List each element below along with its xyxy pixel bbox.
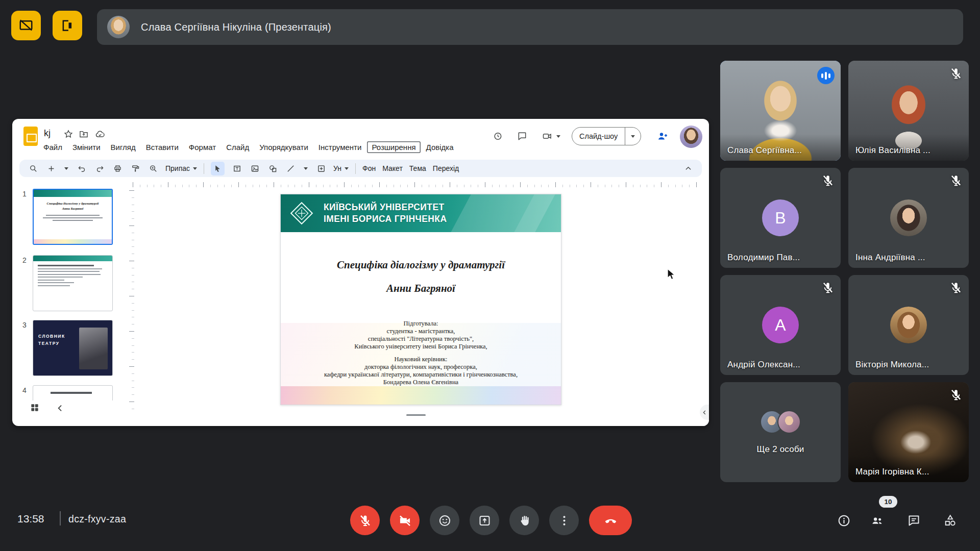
mic-toggle-button[interactable] — [350, 506, 380, 535]
menu-extensions[interactable]: Розширення — [367, 141, 420, 153]
new-slide-button[interactable] — [45, 163, 57, 174]
fit-zoom-select[interactable]: Припас — [165, 164, 197, 172]
participant-tile-yuliia[interactable]: Юлія Василівна ... — [848, 61, 969, 161]
undo-button[interactable] — [76, 163, 87, 174]
menu-tools[interactable]: Інструменти — [314, 141, 366, 153]
slide-thumbnail-3[interactable]: СЛОВНИК ТЕАТРУ — [33, 320, 113, 376]
insert-line-button[interactable] — [285, 163, 296, 174]
collapse-sidebar-tab[interactable] — [700, 405, 709, 420]
hand-icon — [518, 514, 531, 528]
avatar — [777, 410, 801, 434]
theme-button[interactable]: Тема — [409, 164, 426, 172]
version-history-button[interactable] — [493, 131, 503, 141]
slide-number: 1 — [22, 190, 27, 198]
move-folder-button[interactable] — [79, 129, 89, 139]
screen-share-off-button[interactable] — [11, 11, 41, 40]
account-avatar[interactable] — [680, 126, 702, 148]
printer-icon — [113, 164, 122, 173]
slideshow-button[interactable]: Слайд-шоу — [572, 132, 625, 140]
current-slide[interactable]: КИЇВСЬКИЙ УНІВЕРСИТЕТ ІМЕНІ БОРИСА ГРІНЧ… — [280, 194, 561, 405]
participant-tile-mariia[interactable]: Марія Ігорівна К... — [848, 382, 969, 482]
participant-name: Вікторія Микола... — [855, 360, 929, 370]
screen-off-icon — [18, 18, 34, 33]
slides-app-icon[interactable] — [23, 127, 38, 146]
grid-view-button[interactable] — [30, 403, 40, 413]
zoom-button[interactable] — [148, 163, 159, 174]
transition-button[interactable]: Перехід — [433, 164, 459, 172]
menu-format[interactable]: Формат — [184, 141, 220, 153]
redo-button[interactable] — [94, 163, 105, 174]
participant-tile-slava[interactable]: Слава Сергіївна... — [720, 61, 841, 161]
mic-off-icon — [358, 514, 372, 528]
search-icon — [29, 164, 38, 173]
participant-tile-inna[interactable]: Інна Андріївна ... — [848, 168, 969, 268]
meet-call-button[interactable] — [542, 131, 552, 141]
text-style-select[interactable]: Ун — [333, 164, 349, 172]
select-tool-button[interactable] — [211, 162, 225, 176]
reactions-button[interactable] — [430, 506, 459, 535]
more-options-button[interactable] — [549, 506, 579, 535]
mic-off-icon — [821, 174, 835, 187]
activities-button[interactable] — [943, 514, 957, 528]
insert-image-button[interactable] — [249, 163, 260, 174]
speaker-notes-divider[interactable] — [406, 414, 426, 416]
cloud-status-button[interactable] — [95, 129, 105, 139]
thumb-rainbow-band — [34, 239, 112, 244]
shape-icon — [268, 164, 277, 173]
side-panel-button[interactable] — [53, 11, 82, 40]
menu-arrange[interactable]: Упорядкувати — [255, 141, 313, 153]
insert-placeholder-button[interactable] — [315, 163, 327, 174]
menu-edit[interactable]: Змінити — [68, 141, 105, 153]
collapse-toolbar-button[interactable] — [682, 163, 694, 174]
participant-tile-andrii[interactable]: А Андрій Олексан... — [720, 275, 841, 375]
slide-rainbow-band — [281, 386, 561, 405]
comments-button[interactable] — [517, 131, 527, 141]
meeting-details-button[interactable] — [837, 514, 851, 528]
participant-name: Інна Андріївна ... — [855, 253, 925, 263]
mic-off-icon — [949, 388, 963, 402]
menu-view[interactable]: Вигляд — [106, 141, 140, 153]
participant-tile-viktoriia[interactable]: Вікторія Микола... — [848, 275, 969, 375]
print-button[interactable] — [112, 163, 123, 174]
slideshow-dropdown-button[interactable] — [625, 135, 641, 138]
text-box-button[interactable] — [231, 163, 242, 174]
menu-bar: Файл Змінити Вигляд Вставити Формат Слай… — [39, 141, 458, 153]
paint-format-button[interactable] — [130, 163, 141, 174]
participants-panel-button[interactable] — [870, 514, 884, 528]
mic-off-icon — [949, 281, 963, 294]
slide-thumbnail-1[interactable]: Специфіка діалогізму у драматургії Анни … — [33, 189, 113, 245]
leave-call-button[interactable] — [589, 506, 632, 535]
new-slide-dropdown[interactable] — [63, 163, 69, 174]
participant-tile-volodymyr[interactable]: В Володимир Пав... — [720, 168, 841, 268]
collapse-filmstrip-button[interactable] — [55, 403, 65, 413]
meet-call-dropdown-caret-icon[interactable] — [556, 135, 560, 138]
insert-shape-button[interactable] — [267, 163, 278, 174]
videocam-icon — [542, 131, 552, 141]
participant-name: Марія Ігорівна К... — [855, 467, 929, 477]
present-screen-button[interactable] — [470, 506, 499, 535]
slide-thumbnail-4[interactable] — [33, 385, 113, 400]
participant-tile-more-people[interactable]: Ще 2 особи — [720, 382, 841, 482]
participants-grid: Слава Сергіївна... Юлія Василівна ... В … — [720, 61, 969, 482]
thumb-text-bars — [34, 215, 112, 221]
menu-slide[interactable]: Слайд — [222, 141, 254, 153]
participant-name: Володимир Пав... — [727, 253, 800, 263]
menu-file[interactable]: Файл — [39, 141, 67, 153]
camera-toggle-button[interactable] — [390, 506, 420, 535]
history-icon — [493, 131, 503, 141]
search-menus-button[interactable] — [28, 163, 39, 174]
line-dropdown[interactable] — [303, 163, 309, 174]
chat-panel-button[interactable] — [907, 514, 921, 528]
horizontal-ruler — [133, 181, 700, 187]
raise-hand-button[interactable] — [509, 506, 539, 535]
document-title[interactable]: kj — [44, 128, 51, 139]
menu-help[interactable]: Довідка — [422, 141, 458, 153]
thumb-title: Специфіка діалогізму у драматургії — [34, 202, 112, 205]
menu-insert[interactable]: Вставити — [141, 141, 183, 153]
mic-off-icon — [949, 174, 963, 187]
layout-button[interactable]: Макет — [382, 164, 403, 172]
star-button[interactable] — [63, 129, 74, 139]
background-button[interactable]: Фон — [362, 164, 376, 172]
slide-thumbnail-2[interactable] — [33, 255, 113, 311]
share-button[interactable] — [656, 130, 669, 142]
